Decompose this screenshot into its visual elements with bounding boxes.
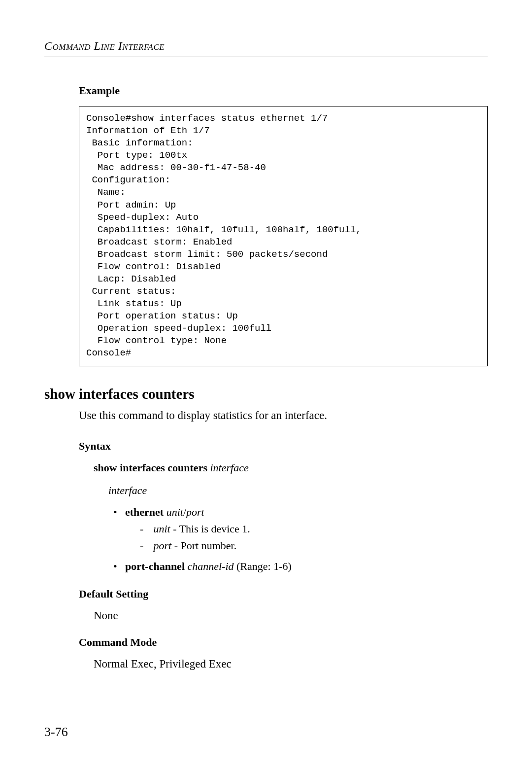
- unit-label: unit: [154, 523, 170, 535]
- ethernet-port-arg: port: [186, 506, 204, 518]
- page-number: 3-76: [44, 725, 68, 739]
- dash-icon: -: [140, 523, 151, 535]
- command-mode-label: Command Mode: [79, 636, 488, 649]
- param-list: • ethernet unit/port - unit - This is de…: [113, 506, 488, 573]
- console-output: Console#show interfaces status ethernet …: [79, 106, 488, 366]
- portchannel-range: (Range: 1-6): [234, 560, 292, 572]
- port-label: port: [154, 539, 172, 552]
- syntax-command: show interfaces counters interface: [94, 461, 488, 474]
- param-ethernet: • ethernet unit/port - unit - This is de…: [113, 506, 488, 555]
- port-text: - Port number.: [171, 539, 236, 552]
- default-setting-label: Default Setting: [79, 588, 488, 600]
- syntax-command-arg: interface: [210, 461, 248, 474]
- command-mode-value: Normal Exec, Privileged Exec: [94, 658, 488, 670]
- unit-text: - This is device 1.: [170, 523, 250, 535]
- portchannel-keyword: port-channel: [125, 560, 188, 572]
- interface-param: interface: [108, 484, 488, 497]
- syntax-label: Syntax: [79, 440, 488, 453]
- sub-port: - port - Port number.: [140, 539, 488, 552]
- portchannel-arg: channel-id: [188, 560, 234, 572]
- header-rule: [44, 57, 488, 57]
- bullet-icon: •: [113, 560, 125, 573]
- ethernet-unit-arg: unit: [166, 506, 183, 518]
- syntax-command-bold: show interfaces counters: [94, 461, 210, 474]
- sub-unit: - unit - This is device 1.: [140, 523, 488, 535]
- example-label: Example: [79, 84, 488, 97]
- ethernet-keyword: ethernet: [125, 506, 166, 518]
- param-portchannel: • port-channel channel-id (Range: 1-6): [113, 560, 488, 573]
- command-description: Use this command to display statistics f…: [79, 409, 488, 422]
- default-setting-value: None: [94, 609, 488, 622]
- dash-icon: -: [140, 539, 151, 552]
- page-header: Command Line Interface: [44, 39, 488, 53]
- command-heading: show interfaces counters: [44, 386, 488, 402]
- bullet-icon: •: [113, 506, 125, 555]
